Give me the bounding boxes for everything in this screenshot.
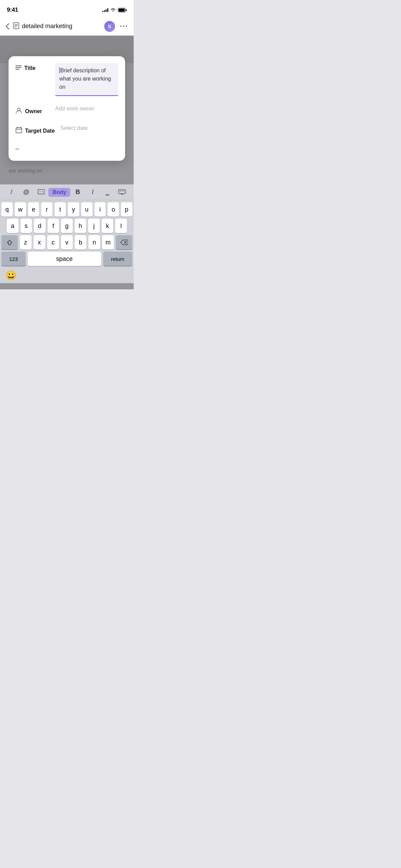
keyboard-row-1: q w e r t y u i o p (0, 200, 134, 217)
key-p[interactable]: p (121, 202, 132, 217)
title-input-text: Brief description of what you are workin… (59, 67, 114, 91)
key-x[interactable]: x (34, 235, 45, 250)
svg-point-17 (42, 191, 43, 192)
key-k[interactable]: k (102, 219, 113, 233)
svg-point-16 (41, 191, 41, 192)
keyboard-row-4: 123 space return (0, 250, 134, 267)
date-input-area[interactable]: Select date (60, 125, 118, 131)
keyboard-dismiss-button[interactable] (115, 184, 130, 200)
target-date-field-row: Target Date Select date (15, 125, 118, 135)
owner-label: Owner (25, 108, 42, 114)
at-button[interactable]: @ (19, 184, 34, 200)
key-c[interactable]: c (47, 235, 59, 250)
svg-rect-18 (119, 190, 125, 194)
status-bar: 9:41 (0, 0, 134, 17)
doc-icon (13, 22, 19, 31)
svg-rect-11 (16, 128, 22, 133)
title-icon (15, 64, 22, 72)
nav-title: detailed marketing (22, 23, 104, 30)
comment-button[interactable] (34, 184, 48, 200)
svg-rect-2 (126, 9, 127, 11)
key-d[interactable]: d (34, 219, 46, 233)
key-l[interactable]: l (115, 219, 127, 233)
text-cursor (59, 67, 60, 73)
owner-placeholder: Add work owner (55, 105, 95, 111)
bg-text-area: are working on (9, 164, 125, 177)
title-input-area[interactable]: Brief description of what you are workin… (55, 63, 118, 96)
svg-point-15 (39, 191, 40, 192)
bold-button[interactable]: B (70, 184, 85, 200)
key-h[interactable]: h (75, 219, 86, 233)
key-f[interactable]: f (48, 219, 59, 233)
title-label: Title (24, 65, 36, 71)
emoji-row: 😀 (0, 267, 134, 283)
modal-dash: – (15, 145, 118, 153)
key-s[interactable]: s (21, 219, 32, 233)
slash-button[interactable]: / (4, 184, 19, 200)
space-key[interactable]: space (28, 252, 101, 266)
owner-label-area: Owner (15, 106, 50, 116)
status-icons (102, 8, 127, 12)
calendar-icon (15, 126, 22, 135)
bg-content-text: are working on (9, 168, 42, 173)
key-m[interactable]: m (102, 235, 114, 250)
battery-icon (118, 8, 127, 12)
key-o[interactable]: o (108, 202, 119, 217)
owner-icon (15, 107, 22, 116)
key-w[interactable]: w (15, 202, 26, 217)
key-z[interactable]: z (20, 235, 32, 250)
key-j[interactable]: j (88, 219, 100, 233)
svg-rect-1 (119, 9, 125, 12)
more-button[interactable]: ··· (120, 22, 128, 31)
avatar[interactable]: S (104, 21, 115, 32)
key-b[interactable]: b (75, 235, 86, 250)
underscore-button[interactable]: _ (100, 184, 115, 200)
nav-bar: detailed marketing S ··· (0, 17, 134, 36)
create-item-modal: ✕ Title Brief description of what you ar… (9, 56, 125, 161)
shift-key[interactable] (1, 235, 18, 250)
body-button[interactable]: Body (48, 184, 70, 200)
key-n[interactable]: n (88, 235, 100, 250)
keyboard-toolbar: / @ Body B I _ (0, 184, 134, 200)
owner-field-row: Owner Add work owner (15, 106, 118, 116)
svg-point-10 (17, 108, 20, 111)
key-e[interactable]: e (28, 202, 39, 217)
key-r[interactable]: r (41, 202, 52, 217)
target-date-label: Target Date (25, 128, 55, 134)
keyboard-row-2: a s d f g h j k l (0, 217, 134, 233)
key-q[interactable]: q (1, 202, 13, 217)
key-i[interactable]: i (95, 202, 106, 217)
key-g[interactable]: g (61, 219, 73, 233)
owner-input-area[interactable]: Add work owner (55, 106, 118, 112)
key-t[interactable]: t (54, 202, 66, 217)
wifi-icon (110, 8, 116, 12)
keyboard: q w e r t y u i o p a s d f g h j k l z … (0, 200, 134, 283)
key-y[interactable]: y (68, 202, 79, 217)
signal-icon (102, 8, 108, 12)
key-u[interactable]: u (81, 202, 93, 217)
date-placeholder: Select date (60, 124, 88, 131)
status-time: 9:41 (7, 7, 18, 13)
delete-key[interactable] (116, 235, 132, 250)
key-a[interactable]: a (7, 219, 19, 233)
back-button[interactable] (5, 23, 10, 30)
return-key[interactable]: return (103, 252, 132, 266)
title-field-row: Title Brief description of what you are … (15, 63, 118, 96)
keyboard-row-3: z x c v b n m (0, 233, 134, 250)
key-v[interactable]: v (61, 235, 73, 250)
title-input-box[interactable]: Brief description of what you are workin… (55, 63, 118, 96)
title-underline (55, 95, 118, 96)
emoji-button[interactable]: 😀 (5, 270, 16, 281)
target-date-label-area: Target Date (15, 125, 55, 135)
title-label-area: Title (15, 63, 50, 72)
italic-button[interactable]: I (85, 184, 100, 200)
num-key[interactable]: 123 (1, 252, 26, 266)
